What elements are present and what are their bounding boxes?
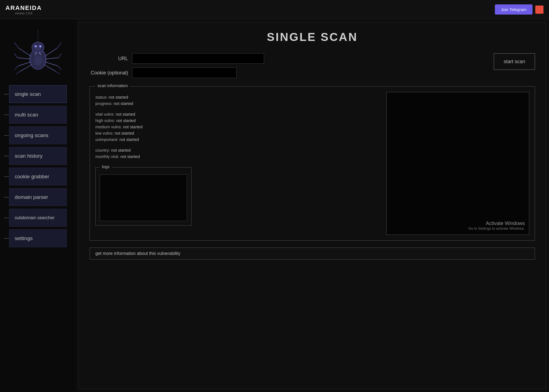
svg-line-14 xyxy=(15,66,18,69)
header-right: Join Telegram xyxy=(495,4,544,15)
high-vulns-line: high vulns: not started xyxy=(95,118,378,123)
spider-logo xyxy=(12,22,64,80)
cookie-label: Cookie (optional) xyxy=(90,70,128,76)
logs-inner xyxy=(100,174,187,221)
low-vulns-line: low vulns: not started xyxy=(95,131,378,135)
svg-line-19 xyxy=(44,65,56,71)
header-red-box xyxy=(535,5,544,14)
page-title: SINGLE SCAN xyxy=(90,30,535,44)
status-line: status: not started xyxy=(95,95,378,99)
svg-line-21 xyxy=(59,54,61,58)
scan-info-legend: scan information xyxy=(95,83,130,88)
svg-line-16 xyxy=(45,48,57,56)
svg-line-10 xyxy=(18,62,31,66)
sidebar-item-single-scan[interactable]: single scan xyxy=(9,85,67,103)
svg-line-9 xyxy=(17,58,31,59)
sidebar-item-cookie-grabber[interactable]: cookie grabber xyxy=(9,168,67,185)
svg-line-23 xyxy=(56,71,60,74)
content-area: SINGLE SCAN URL Cookie (optional) start … xyxy=(78,22,546,389)
country-line: country: not started xyxy=(95,148,378,152)
monthly-visit-line: monthly visit: not started xyxy=(95,154,378,159)
cookie-row: Cookie (optional) xyxy=(90,68,486,78)
scan-info-right: Activate Windows Go to Settings to activ… xyxy=(386,92,529,235)
sidebar-item-scan-history[interactable]: scan history xyxy=(9,147,67,165)
svg-line-22 xyxy=(58,66,61,69)
progress-line: progress: not started xyxy=(95,101,378,106)
svg-line-15 xyxy=(16,71,20,74)
windows-activate-title: Activate Windows xyxy=(468,221,525,226)
scan-info-left: status: not started progress: not starte… xyxy=(95,92,378,235)
form-fields: URL Cookie (optional) xyxy=(90,53,486,78)
cookie-input[interactable] xyxy=(132,68,237,78)
header: ARANEIDA version 1.9.8 Join Telegram xyxy=(0,0,549,19)
form-area: URL Cookie (optional) start scan xyxy=(90,53,535,78)
sidebar-item-settings[interactable]: settings xyxy=(9,229,67,247)
svg-line-17 xyxy=(45,58,59,59)
windows-activate: Activate Windows Go to Settings to activ… xyxy=(468,221,525,230)
svg-line-11 xyxy=(20,65,32,71)
logo-version: version 1.9.8 xyxy=(15,12,32,15)
sidebar-item-ongoing-scans[interactable]: ongoing scans xyxy=(9,126,67,144)
svg-line-20 xyxy=(57,43,61,48)
main-layout: single scan multi scan ongoing scans sca… xyxy=(0,19,549,392)
url-input[interactable] xyxy=(132,53,264,64)
sidebar-item-domain-parser[interactable]: domain parser xyxy=(9,188,67,206)
sidebar: single scan multi scan ongoing scans sca… xyxy=(0,19,76,392)
svg-line-12 xyxy=(15,43,19,48)
logs-container: logs xyxy=(95,167,192,226)
svg-line-13 xyxy=(15,54,17,58)
logs-legend: logs xyxy=(100,164,112,169)
svg-point-24 xyxy=(34,55,42,65)
get-more-info-bar: get more information about this vulnerab… xyxy=(90,248,535,260)
url-row: URL xyxy=(90,53,486,64)
medium-vulns-line: medium vulns: not started xyxy=(95,124,378,129)
url-label: URL xyxy=(90,56,128,62)
sidebar-item-multi-scan[interactable]: multi scan xyxy=(9,106,67,124)
logo-title: ARANEIDA xyxy=(5,4,42,12)
logo-area: ARANEIDA version 1.9.8 xyxy=(5,4,42,15)
sidebar-item-subdomain-searcher[interactable]: subdomain searcher xyxy=(9,209,67,227)
join-telegram-button[interactable]: Join Telegram xyxy=(495,4,533,15)
unimportant-line: unimportant: not started xyxy=(95,137,378,142)
svg-line-18 xyxy=(45,62,58,66)
scan-info-container: scan information status: not started pro… xyxy=(90,86,535,241)
vital-vulns-line: vital vulns: not started xyxy=(95,112,378,116)
svg-line-8 xyxy=(19,48,31,56)
windows-activate-subtitle: Go to Settings to activate Windows. xyxy=(468,226,525,230)
svg-point-25 xyxy=(35,46,41,51)
start-scan-button[interactable]: start scan xyxy=(494,53,535,70)
